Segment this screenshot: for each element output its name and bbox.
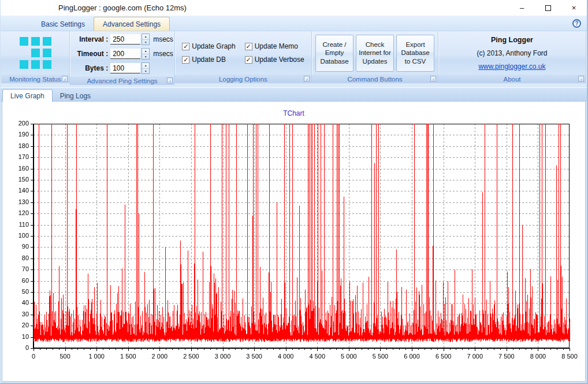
interval-label: Interval : xyxy=(71,35,108,43)
group-caption-logging: Logging Options ⌟ xyxy=(175,75,311,83)
status-square xyxy=(43,37,51,46)
spin-up-icon[interactable]: ▲ xyxy=(142,63,149,69)
checkbox-update-graph[interactable]: ✓ Update Graph xyxy=(182,42,235,50)
dialog-launcher-icon[interactable]: ⌟ xyxy=(62,76,68,82)
ribbon: Monitoring Status ⌟ Interval : ▲ ▼ msecs xyxy=(1,31,587,83)
group-caption-label: Advanced Ping Settings xyxy=(87,77,157,84)
maximize-icon xyxy=(545,5,551,11)
checkbox-update-memo[interactable]: ✓ Update Memo xyxy=(245,42,304,50)
close-button[interactable]: × xyxy=(561,0,587,16)
bytes-input[interactable] xyxy=(110,63,140,73)
copyright-text: (c) 2013, Anthony Ford xyxy=(477,49,547,57)
group-caption-monitoring: Monitoring Status ⌟ xyxy=(1,75,69,83)
live-graph-panel: TChart xyxy=(2,102,586,382)
window-title: PingLogger : google.com (Echo 12ms) xyxy=(58,3,187,12)
tab-basic-settings[interactable]: Basic Settings xyxy=(32,17,94,31)
timeout-spinner: ▲ ▼ xyxy=(142,48,150,60)
dialog-launcher-icon[interactable]: ⌟ xyxy=(167,77,173,83)
view-tab-strip: Live Graph Ping Logs xyxy=(1,87,587,102)
dialog-launcher-icon[interactable]: ⌟ xyxy=(304,76,310,82)
status-square xyxy=(31,60,40,69)
spin-down-icon[interactable]: ▼ xyxy=(142,54,149,60)
checkbox-label: Update Verbose xyxy=(255,56,304,64)
tab-ping-logs[interactable]: Ping Logs xyxy=(53,90,98,102)
checkbox-label: Update DB xyxy=(192,56,226,64)
window-controls: – × xyxy=(509,0,587,16)
checkbox-label: Update Memo xyxy=(255,42,298,50)
group-caption-label: Logging Options xyxy=(219,76,267,83)
group-caption-label: Command Buttons xyxy=(347,76,402,83)
checkbox-checked-icon[interactable]: ✓ xyxy=(182,43,189,50)
chart-title: TChart xyxy=(2,102,585,119)
group-advanced-ping-settings: Interval : ▲ ▼ msecs Timeout : ▲ xyxy=(70,31,175,83)
status-square xyxy=(31,49,40,57)
export-database-csv-button[interactable]: Export Database to CSV xyxy=(396,35,434,72)
app-window: PingLogger : google.com (Echo 12ms) – × … xyxy=(0,0,588,384)
spin-up-icon[interactable]: ▲ xyxy=(142,49,149,54)
timeout-unit: msecs xyxy=(153,50,173,58)
status-square xyxy=(20,60,28,69)
checkbox-label: Update Graph xyxy=(192,42,235,50)
checkbox-checked-icon[interactable]: ✓ xyxy=(245,56,252,64)
ping-chart-canvas xyxy=(2,119,582,365)
bytes-spinner: ▲ ▼ xyxy=(142,62,150,74)
title-bar: PingLogger : google.com (Echo 12ms) – × xyxy=(1,0,587,16)
spin-up-icon[interactable]: ▲ xyxy=(142,34,149,40)
group-monitoring-status: Monitoring Status ⌟ xyxy=(1,31,70,83)
maximize-button[interactable] xyxy=(535,0,561,16)
tab-advanced-settings[interactable]: Advanced Settings xyxy=(94,17,170,31)
app-name: Ping Logger xyxy=(491,36,533,44)
group-about: Ping Logger (c) 2013, Anthony Ford www.p… xyxy=(438,31,586,83)
timeout-input[interactable] xyxy=(110,49,140,59)
timeout-field-row: Timeout : ▲ ▼ msecs xyxy=(71,47,173,60)
spin-down-icon[interactable]: ▼ xyxy=(142,69,149,74)
group-caption-commands: Command Buttons ⌟ xyxy=(312,75,438,83)
checkbox-checked-icon[interactable]: ✓ xyxy=(182,56,189,64)
check-internet-updates-button[interactable]: Check Internet for Updates xyxy=(356,35,394,72)
create-empty-database-button[interactable]: Create / Empty Database xyxy=(315,35,353,72)
monitoring-status-indicator xyxy=(20,37,51,69)
interval-field-row: Interval : ▲ ▼ msecs xyxy=(71,33,173,46)
minimize-icon: – xyxy=(520,3,524,12)
spin-down-icon[interactable]: ▼ xyxy=(142,40,149,45)
group-caption-about: About ⌟ xyxy=(438,75,586,83)
checkbox-checked-icon[interactable]: ✓ xyxy=(245,43,252,50)
interval-unit: msecs xyxy=(153,35,173,43)
group-logging-options: ✓ Update Graph ✓ Update Memo ✓ Update DB… xyxy=(175,31,312,83)
help-icon[interactable]: ? xyxy=(572,19,581,28)
ribbon-tab-strip: Basic Settings Advanced Settings ? xyxy=(1,16,587,31)
interval-spinner: ▲ ▼ xyxy=(142,34,150,45)
checkbox-update-verbose[interactable]: ✓ Update Verbose xyxy=(245,56,304,64)
close-icon: × xyxy=(572,3,576,12)
checkbox-update-db[interactable]: ✓ Update DB xyxy=(182,56,235,64)
group-caption-ping-settings: Advanced Ping Settings ⌟ xyxy=(70,76,174,85)
pinglogger-website-link[interactable]: www.pinglogger.co.uk xyxy=(478,62,545,71)
status-square xyxy=(20,37,28,46)
minimize-button[interactable]: – xyxy=(509,0,535,16)
dialog-launcher-icon[interactable]: ⌟ xyxy=(430,76,436,82)
group-caption-label: Monitoring Status xyxy=(9,76,61,83)
interval-input[interactable] xyxy=(110,34,140,45)
tab-live-graph[interactable]: Live Graph xyxy=(2,89,53,102)
status-square xyxy=(31,37,40,46)
timeout-label: Timeout : xyxy=(71,50,108,58)
group-caption-label: About xyxy=(503,76,520,83)
bytes-field-row: Bytes : ▲ ▼ xyxy=(71,62,173,75)
status-square xyxy=(43,60,51,69)
bytes-label: Bytes : xyxy=(71,64,108,72)
status-square xyxy=(43,49,51,57)
group-command-buttons: Create / Empty Database Check Internet f… xyxy=(312,31,438,83)
dialog-launcher-icon[interactable]: ⌟ xyxy=(578,76,584,82)
